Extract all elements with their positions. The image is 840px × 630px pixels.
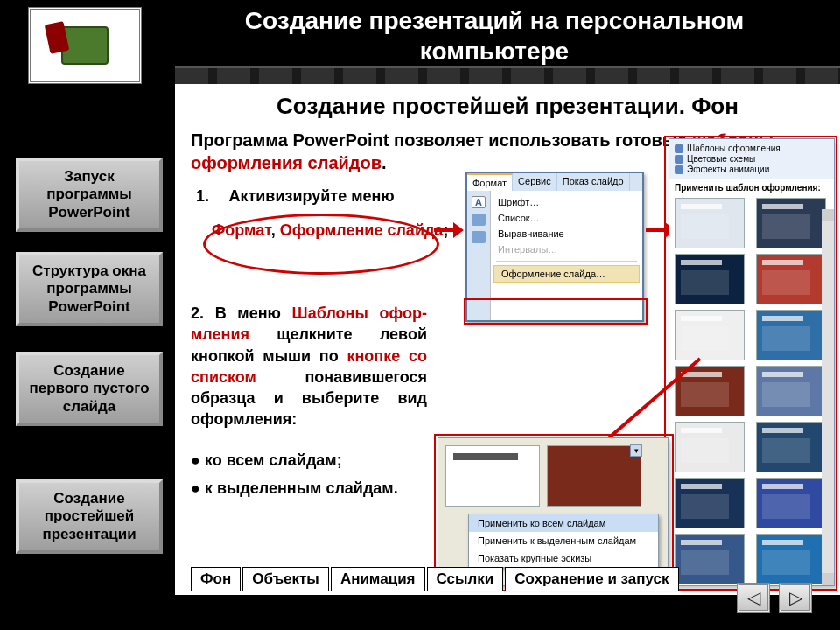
bullet-icon [675, 165, 683, 174]
font-a-icon: A [472, 196, 486, 208]
page-title: Создание презентаций на персональном ком… [175, 5, 814, 66]
fmt-menu-item: Выравнивание [491, 226, 642, 242]
tpl-header-1: Шаблоны оформления [687, 144, 780, 153]
intro-tail: . [382, 153, 387, 172]
tpl-header-2: Цветовые схемы [687, 154, 755, 164]
step2: 2. В меню Шаблоны офор­мления щелкните л… [191, 303, 427, 503]
bottom-tab-1[interactable]: Объекты [242, 567, 329, 592]
logo-illustration [41, 17, 129, 74]
step1-text: Активизируйте меню [228, 187, 394, 205]
template-thumb [675, 254, 745, 304]
fmt-menu-item: Шрифт… [491, 194, 642, 210]
intro-plain: Программа PowerPoint позволяет использов… [191, 130, 692, 150]
tpl-caption: Применить шаблон оформления: [669, 179, 834, 196]
next-slide-button[interactable]: ▷ [779, 583, 812, 612]
sidebar-button-2[interactable]: Создание первого пустого слайда [16, 352, 163, 426]
logo-frame [28, 7, 142, 84]
fmt-tab-service: Сервис [513, 173, 557, 191]
template-thumb [756, 310, 826, 360]
list-icon [472, 214, 486, 226]
template-thumb [675, 422, 745, 472]
step1-sep: , [271, 221, 280, 239]
step2-bullet2: ● к выделенным слайдам. [191, 474, 427, 502]
fmt-menu: Шрифт…Список…ВыравниваниеИнтервалы…Оформ… [490, 191, 642, 320]
step2-pre: 2. В меню [191, 304, 292, 322]
bottom-tab-0[interactable]: Фон [191, 567, 241, 592]
format-menu-screenshot: Формат Сервис Показ слайдо A Шрифт…Списо… [466, 172, 644, 322]
fmt-tab-format: Формат [467, 173, 513, 191]
step1: 1. Активизируйте меню Формат, Оформление… [196, 187, 450, 240]
sidebar-button-3[interactable]: Создание простейшей презентации [16, 480, 163, 554]
tpl-header-3: Эффекты анимации [687, 164, 769, 174]
bottom-tab-2[interactable]: Анимация [331, 567, 425, 592]
popup-menu-item: Применить ко всем слайдам [469, 514, 658, 532]
fmt-tabs: Формат Сервис Показ слайдо [467, 173, 642, 191]
content-panel: Создание простейшей презентации. Фон Про… [175, 84, 840, 595]
prev-slide-button[interactable]: ◁ [737, 583, 770, 612]
bullet-icon [675, 144, 683, 153]
dropdown-arrow-icon: ▾ [630, 444, 642, 457]
context-popup-screenshot: ▾ Применить ко всем слайдам Применить к … [438, 438, 668, 586]
tpl-header: Шаблоны оформления Цветовые схемы Эффект… [669, 139, 834, 179]
scrollbar[interactable] [822, 209, 834, 585]
fmt-toolbar: A [467, 191, 490, 320]
sidebar-button-0[interactable]: Запуск программы PowerPoint [16, 158, 163, 232]
template-thumb [756, 366, 826, 416]
popup-thumb-2: ▾ [547, 445, 641, 507]
template-thumb [756, 478, 826, 528]
popup-menu-item: Показать крупные эскизы [469, 550, 658, 567]
align-icon [472, 231, 486, 243]
fmt-menu-item-selected: Оформление слайда… [494, 265, 640, 283]
bottom-tab-3[interactable]: Ссылки [427, 567, 504, 592]
popup-menu-item: Применить к выделенным слайдам [469, 532, 658, 550]
fmt-tab-show: Показ слайдо [557, 173, 630, 191]
bottom-tab-4[interactable]: Сохранение и запуск [505, 567, 678, 592]
step2-bullet1: ● ко всем слайдам; [191, 446, 427, 474]
template-thumb [675, 198, 745, 248]
separator [496, 261, 637, 262]
bullet-icon [675, 155, 683, 164]
sidebar-button-1[interactable]: Структура окна программы PowerPoint [16, 252, 163, 326]
template-thumb [756, 422, 826, 472]
arrow-right-icon [434, 222, 464, 238]
tpl-grid [669, 196, 834, 585]
book-icon [61, 26, 108, 65]
template-thumb [675, 366, 745, 416]
template-thumb [756, 198, 826, 248]
design-templates-pane: Шаблоны оформления Цветовые схемы Эффект… [668, 138, 835, 586]
template-thumb [756, 534, 826, 584]
template-thumb [675, 310, 745, 360]
template-thumb [675, 478, 745, 528]
popup-context-menu: Применить ко всем слайдам Применить к вы… [468, 514, 659, 568]
step1-number: 1. [196, 187, 209, 205]
template-thumb [675, 534, 745, 584]
panel-title: Создание простейшей презентации. Фон [175, 84, 840, 123]
bottom-tabs: ФонОбъектыАнимацияСсылкиСохранение и зап… [191, 567, 681, 592]
step1-format: Формат [212, 221, 271, 239]
popup-thumb-1 [445, 445, 540, 507]
step1-circled-text: Формат, Оформление слайда; [212, 221, 450, 240]
fmt-menu-item: Список… [491, 210, 642, 226]
template-thumb [756, 254, 826, 304]
decorative-band [175, 66, 840, 84]
nav-arrows: ◁ ▷ [737, 583, 812, 612]
fmt-menu-item: Интервалы… [491, 242, 642, 257]
step1-design: Оформление слайда [280, 221, 444, 239]
